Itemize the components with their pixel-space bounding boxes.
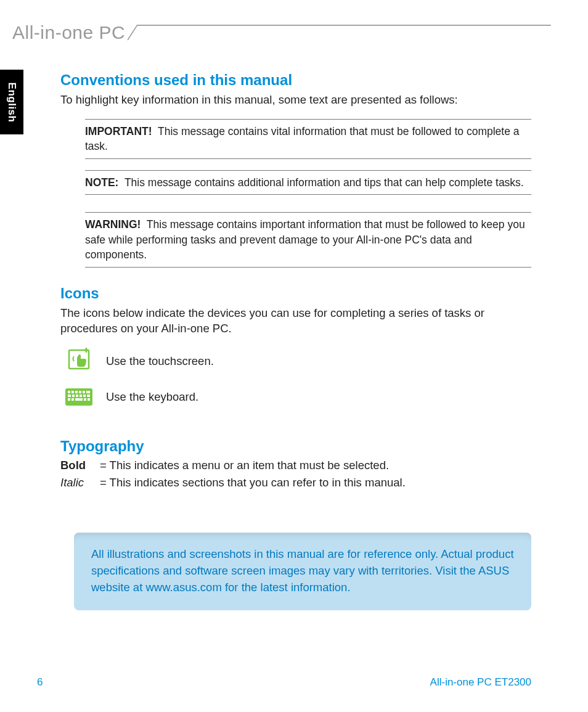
icon-row-touchscreen: Use the touchscreen. xyxy=(64,348,531,375)
keyboard-icon xyxy=(64,383,94,411)
svg-rect-4 xyxy=(68,391,70,393)
footer-model: All-in-one PC ET2300 xyxy=(430,676,531,689)
header-title: All-in-one PC xyxy=(12,22,128,43)
svg-rect-18 xyxy=(75,398,83,401)
svg-rect-11 xyxy=(72,395,75,397)
icons-section: Icons The icons below indicate the devic… xyxy=(60,285,531,411)
page-content: Conventions used in this manual To highl… xyxy=(60,72,531,610)
svg-rect-5 xyxy=(71,391,74,393)
warning-lead: WARNING! xyxy=(85,218,141,231)
warning-text: This message contains important informat… xyxy=(85,218,525,261)
typography-section: Typography Bold = This indicates a menu … xyxy=(60,438,531,489)
svg-rect-6 xyxy=(75,391,78,393)
icons-heading: Icons xyxy=(60,285,531,302)
page-header: All-in-one PC xyxy=(12,22,551,43)
svg-rect-10 xyxy=(68,395,71,397)
touchscreen-label: Use the touchscreen. xyxy=(106,354,214,368)
touchscreen-icon xyxy=(64,348,94,375)
typo-desc-bold: = This indicates a menu or an item that … xyxy=(100,459,389,472)
icon-row-keyboard: Use the keyboard. xyxy=(64,383,531,411)
conventions-intro: To highlight key information in this man… xyxy=(60,92,531,108)
language-tab: English xyxy=(0,70,23,134)
svg-rect-9 xyxy=(86,391,90,393)
typography-heading: Typography xyxy=(60,438,531,455)
svg-rect-20 xyxy=(88,398,90,401)
important-lead: IMPORTANT! xyxy=(85,125,152,137)
typo-row-italic: Italic = This indicates sections that yo… xyxy=(60,476,531,489)
svg-rect-16 xyxy=(68,398,70,401)
warning-callout: WARNING! This message contains important… xyxy=(85,212,531,268)
typo-term-italic: Italic xyxy=(60,476,100,489)
svg-rect-14 xyxy=(83,395,86,397)
typo-desc-italic: = This indicates sections that you can r… xyxy=(100,476,406,489)
conventions-heading: Conventions used in this manual xyxy=(60,72,531,89)
svg-rect-12 xyxy=(76,395,78,397)
header-rule xyxy=(128,23,551,42)
svg-rect-13 xyxy=(80,395,82,397)
reference-note: All illustrations and screenshots in thi… xyxy=(74,533,531,610)
typo-term-bold: Bold xyxy=(60,459,100,472)
page-number: 6 xyxy=(37,676,43,689)
note-callout: NOTE: This message contains additional i… xyxy=(85,170,531,195)
icons-intro: The icons below indicate the devices you… xyxy=(60,306,531,337)
svg-rect-15 xyxy=(87,395,90,397)
language-label: English xyxy=(6,82,18,122)
important-callout: IMPORTANT! This message contains vital i… xyxy=(85,119,531,159)
svg-rect-17 xyxy=(71,398,74,401)
svg-rect-8 xyxy=(83,391,85,393)
svg-rect-7 xyxy=(79,391,81,393)
svg-rect-19 xyxy=(84,398,86,401)
note-lead: NOTE: xyxy=(85,176,118,189)
keyboard-label: Use the keyboard. xyxy=(106,390,198,404)
typo-row-bold: Bold = This indicates a menu or an item … xyxy=(60,459,531,472)
note-text: This message contains additional informa… xyxy=(125,176,524,189)
